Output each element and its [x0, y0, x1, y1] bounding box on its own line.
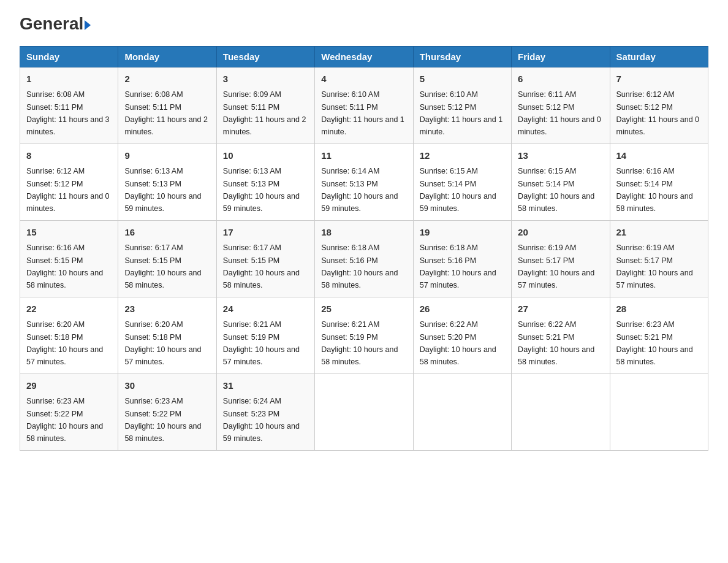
- calendar-cell: 24 Sunrise: 6:21 AMSunset: 5:19 PMDaylig…: [216, 297, 314, 373]
- day-number: 15: [26, 226, 112, 240]
- calendar-cell: 4 Sunrise: 6:10 AMSunset: 5:11 PMDayligh…: [315, 67, 413, 144]
- calendar-cell: 27 Sunrise: 6:22 AMSunset: 5:21 PMDaylig…: [512, 297, 610, 373]
- calendar-cell: 12 Sunrise: 6:15 AMSunset: 5:14 PMDaylig…: [413, 144, 511, 220]
- calendar-cell: 3 Sunrise: 6:09 AMSunset: 5:11 PMDayligh…: [216, 67, 314, 144]
- day-info: Sunrise: 6:15 AMSunset: 5:14 PMDaylight:…: [420, 167, 496, 213]
- logo-text: General: [20, 15, 91, 34]
- calendar-week-row: 15 Sunrise: 6:16 AMSunset: 5:15 PMDaylig…: [20, 220, 708, 297]
- day-info: Sunrise: 6:15 AMSunset: 5:14 PMDaylight:…: [518, 167, 594, 213]
- day-info: Sunrise: 6:18 AMSunset: 5:16 PMDaylight:…: [321, 243, 398, 289]
- day-number: 9: [124, 149, 210, 163]
- calendar-cell: 7 Sunrise: 6:12 AMSunset: 5:12 PMDayligh…: [610, 67, 708, 144]
- calendar-cell: 14 Sunrise: 6:16 AMSunset: 5:14 PMDaylig…: [610, 144, 708, 220]
- day-number: 17: [223, 226, 308, 240]
- day-number: 31: [223, 379, 308, 393]
- day-number: 12: [420, 149, 505, 163]
- day-info: Sunrise: 6:24 AMSunset: 5:23 PMDaylight:…: [223, 397, 300, 443]
- day-number: 13: [518, 149, 603, 163]
- calendar-week-row: 22 Sunrise: 6:20 AMSunset: 5:18 PMDaylig…: [20, 297, 708, 373]
- day-number: 24: [223, 302, 308, 316]
- day-number: 19: [420, 226, 505, 240]
- day-number: 27: [518, 302, 603, 316]
- calendar-cell: 17 Sunrise: 6:17 AMSunset: 5:15 PMDaylig…: [216, 220, 314, 297]
- calendar-cell: 15 Sunrise: 6:16 AMSunset: 5:15 PMDaylig…: [20, 220, 118, 297]
- logo: General: [20, 15, 91, 34]
- calendar-cell: 21 Sunrise: 6:19 AMSunset: 5:17 PMDaylig…: [610, 220, 708, 297]
- calendar-table: SundayMondayTuesdayWednesdayThursdayFrid…: [20, 46, 708, 451]
- col-header-thursday: Thursday: [413, 46, 511, 67]
- day-number: 8: [26, 149, 112, 163]
- col-header-wednesday: Wednesday: [315, 46, 413, 67]
- day-info: Sunrise: 6:10 AMSunset: 5:11 PMDaylight:…: [321, 90, 404, 136]
- day-number: 18: [321, 226, 406, 240]
- day-number: 22: [26, 302, 112, 316]
- day-info: Sunrise: 6:23 AMSunset: 5:21 PMDaylight:…: [616, 320, 693, 366]
- col-header-sunday: Sunday: [20, 46, 118, 67]
- calendar-cell: [512, 373, 610, 450]
- day-number: 14: [616, 149, 702, 163]
- day-number: 2: [124, 72, 210, 86]
- calendar-cell: 26 Sunrise: 6:22 AMSunset: 5:20 PMDaylig…: [413, 297, 511, 373]
- calendar-cell: 30 Sunrise: 6:23 AMSunset: 5:22 PMDaylig…: [118, 373, 216, 450]
- day-number: 10: [223, 149, 308, 163]
- calendar-cell: 16 Sunrise: 6:17 AMSunset: 5:15 PMDaylig…: [118, 220, 216, 297]
- calendar-cell: [315, 373, 413, 450]
- calendar-cell: 9 Sunrise: 6:13 AMSunset: 5:13 PMDayligh…: [118, 144, 216, 220]
- calendar-cell: 19 Sunrise: 6:18 AMSunset: 5:16 PMDaylig…: [413, 220, 511, 297]
- day-number: 28: [616, 302, 702, 316]
- calendar-cell: 5 Sunrise: 6:10 AMSunset: 5:12 PMDayligh…: [413, 67, 511, 144]
- calendar-cell: [413, 373, 511, 450]
- day-info: Sunrise: 6:21 AMSunset: 5:19 PMDaylight:…: [321, 320, 398, 366]
- page-header: General: [20, 15, 708, 34]
- day-info: Sunrise: 6:13 AMSunset: 5:13 PMDaylight:…: [124, 167, 201, 213]
- day-number: 20: [518, 226, 603, 240]
- col-header-tuesday: Tuesday: [216, 46, 314, 67]
- day-info: Sunrise: 6:16 AMSunset: 5:14 PMDaylight:…: [616, 167, 693, 213]
- day-info: Sunrise: 6:11 AMSunset: 5:12 PMDaylight:…: [518, 90, 601, 136]
- day-info: Sunrise: 6:22 AMSunset: 5:20 PMDaylight:…: [420, 320, 496, 366]
- calendar-week-row: 8 Sunrise: 6:12 AMSunset: 5:12 PMDayligh…: [20, 144, 708, 220]
- day-number: 21: [616, 226, 702, 240]
- day-number: 25: [321, 302, 406, 316]
- calendar-cell: 23 Sunrise: 6:20 AMSunset: 5:18 PMDaylig…: [118, 297, 216, 373]
- day-info: Sunrise: 6:19 AMSunset: 5:17 PMDaylight:…: [616, 243, 693, 289]
- calendar-header-row: SundayMondayTuesdayWednesdayThursdayFrid…: [20, 46, 708, 67]
- calendar-cell: 1 Sunrise: 6:08 AMSunset: 5:11 PMDayligh…: [20, 67, 118, 144]
- day-info: Sunrise: 6:17 AMSunset: 5:15 PMDaylight:…: [223, 243, 300, 289]
- day-info: Sunrise: 6:20 AMSunset: 5:18 PMDaylight:…: [124, 320, 201, 366]
- calendar-cell: [610, 373, 708, 450]
- col-header-friday: Friday: [512, 46, 610, 67]
- col-header-monday: Monday: [118, 46, 216, 67]
- calendar-cell: 18 Sunrise: 6:18 AMSunset: 5:16 PMDaylig…: [315, 220, 413, 297]
- day-info: Sunrise: 6:20 AMSunset: 5:18 PMDaylight:…: [26, 320, 103, 366]
- calendar-cell: 2 Sunrise: 6:08 AMSunset: 5:11 PMDayligh…: [118, 67, 216, 144]
- day-info: Sunrise: 6:23 AMSunset: 5:22 PMDaylight:…: [124, 397, 201, 443]
- day-info: Sunrise: 6:17 AMSunset: 5:15 PMDaylight:…: [124, 243, 201, 289]
- day-info: Sunrise: 6:14 AMSunset: 5:13 PMDaylight:…: [321, 167, 398, 213]
- day-number: 11: [321, 149, 406, 163]
- day-number: 30: [124, 379, 210, 393]
- day-number: 4: [321, 72, 406, 86]
- day-info: Sunrise: 6:12 AMSunset: 5:12 PMDaylight:…: [616, 90, 700, 136]
- day-info: Sunrise: 6:23 AMSunset: 5:22 PMDaylight:…: [26, 397, 103, 443]
- day-info: Sunrise: 6:10 AMSunset: 5:12 PMDaylight:…: [420, 90, 503, 136]
- day-number: 1: [26, 72, 112, 86]
- day-number: 26: [420, 302, 505, 316]
- day-info: Sunrise: 6:21 AMSunset: 5:19 PMDaylight:…: [223, 320, 300, 366]
- day-number: 5: [420, 72, 505, 86]
- day-info: Sunrise: 6:19 AMSunset: 5:17 PMDaylight:…: [518, 243, 594, 289]
- calendar-cell: 10 Sunrise: 6:13 AMSunset: 5:13 PMDaylig…: [216, 144, 314, 220]
- col-header-saturday: Saturday: [610, 46, 708, 67]
- day-info: Sunrise: 6:12 AMSunset: 5:12 PMDaylight:…: [26, 167, 110, 213]
- day-info: Sunrise: 6:08 AMSunset: 5:11 PMDaylight:…: [124, 90, 208, 136]
- calendar-cell: 8 Sunrise: 6:12 AMSunset: 5:12 PMDayligh…: [20, 144, 118, 220]
- calendar-cell: 22 Sunrise: 6:20 AMSunset: 5:18 PMDaylig…: [20, 297, 118, 373]
- day-info: Sunrise: 6:18 AMSunset: 5:16 PMDaylight:…: [420, 243, 496, 289]
- day-info: Sunrise: 6:09 AMSunset: 5:11 PMDaylight:…: [223, 90, 306, 136]
- logo-general: General: [20, 14, 83, 33]
- day-info: Sunrise: 6:16 AMSunset: 5:15 PMDaylight:…: [26, 243, 103, 289]
- calendar-cell: 13 Sunrise: 6:15 AMSunset: 5:14 PMDaylig…: [512, 144, 610, 220]
- day-number: 29: [26, 379, 112, 393]
- calendar-cell: 25 Sunrise: 6:21 AMSunset: 5:19 PMDaylig…: [315, 297, 413, 373]
- calendar-cell: 28 Sunrise: 6:23 AMSunset: 5:21 PMDaylig…: [610, 297, 708, 373]
